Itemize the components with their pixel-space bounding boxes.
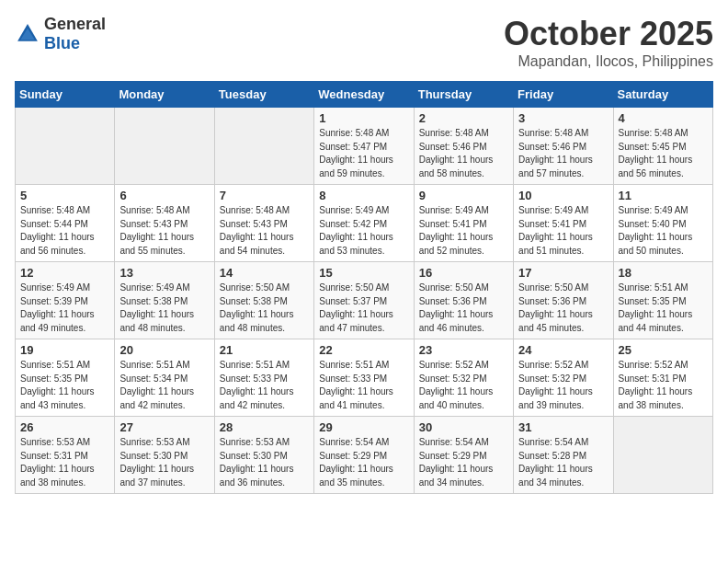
day-detail: Sunrise: 5:51 AM Sunset: 5:33 PM Dayligh…: [319, 359, 408, 412]
weekday-header-wednesday: Wednesday: [314, 82, 414, 108]
calendar-cell: 12Sunrise: 5:49 AM Sunset: 5:39 PM Dayli…: [16, 262, 115, 339]
day-number: 8: [319, 189, 408, 202]
calendar-cell: 5Sunrise: 5:48 AM Sunset: 5:44 PM Daylig…: [16, 185, 115, 262]
day-detail: Sunrise: 5:48 AM Sunset: 5:44 PM Dayligh…: [20, 204, 109, 258]
day-number: 15: [319, 266, 408, 280]
calendar-cell: 23Sunrise: 5:52 AM Sunset: 5:32 PM Dayli…: [414, 339, 513, 417]
logo-blue: Blue: [44, 34, 80, 52]
day-detail: Sunrise: 5:50 AM Sunset: 5:37 PM Dayligh…: [319, 282, 408, 335]
calendar-cell: 20Sunrise: 5:51 AM Sunset: 5:34 PM Dayli…: [115, 339, 214, 417]
calendar-cell: 28Sunrise: 5:53 AM Sunset: 5:30 PM Dayli…: [214, 417, 313, 494]
day-number: 6: [119, 189, 209, 202]
day-detail: Sunrise: 5:53 AM Sunset: 5:30 PM Dayligh…: [220, 436, 309, 489]
day-number: 28: [220, 420, 309, 434]
calendar-table: SundayMondayTuesdayWednesdayThursdayFrid…: [15, 81, 713, 494]
day-detail: Sunrise: 5:48 AM Sunset: 5:46 PM Dayligh…: [419, 127, 508, 180]
calendar-cell: 14Sunrise: 5:50 AM Sunset: 5:38 PM Dayli…: [214, 262, 313, 339]
calendar-cell: [214, 108, 313, 185]
day-detail: Sunrise: 5:49 AM Sunset: 5:39 PM Dayligh…: [20, 282, 109, 335]
day-detail: Sunrise: 5:51 AM Sunset: 5:35 PM Dayligh…: [20, 359, 109, 412]
calendar-week-5: 26Sunrise: 5:53 AM Sunset: 5:31 PM Dayli…: [16, 417, 713, 494]
weekday-header-saturday: Saturday: [613, 82, 712, 108]
title-block: October 2025 Mapandan, Ilocos, Philippin…: [504, 15, 713, 70]
day-detail: Sunrise: 5:54 AM Sunset: 5:29 PM Dayligh…: [319, 436, 408, 489]
day-detail: Sunrise: 5:53 AM Sunset: 5:31 PM Dayligh…: [20, 436, 109, 489]
calendar-cell: 24Sunrise: 5:52 AM Sunset: 5:32 PM Dayli…: [514, 339, 613, 417]
day-detail: Sunrise: 5:50 AM Sunset: 5:36 PM Dayligh…: [419, 282, 508, 335]
calendar-cell: 27Sunrise: 5:53 AM Sunset: 5:30 PM Dayli…: [115, 417, 214, 494]
day-detail: Sunrise: 5:51 AM Sunset: 5:35 PM Dayligh…: [619, 282, 708, 335]
calendar-cell: 25Sunrise: 5:52 AM Sunset: 5:31 PM Dayli…: [613, 339, 712, 417]
day-detail: Sunrise: 5:49 AM Sunset: 5:41 PM Dayligh…: [419, 204, 508, 258]
day-number: 27: [119, 420, 209, 434]
weekday-header-thursday: Thursday: [414, 82, 513, 108]
day-detail: Sunrise: 5:51 AM Sunset: 5:34 PM Dayligh…: [119, 359, 209, 412]
calendar-cell: [16, 108, 115, 185]
day-detail: Sunrise: 5:49 AM Sunset: 5:38 PM Dayligh…: [119, 282, 209, 335]
calendar-cell: 10Sunrise: 5:49 AM Sunset: 5:41 PM Dayli…: [514, 185, 613, 262]
calendar-cell: 31Sunrise: 5:54 AM Sunset: 5:28 PM Dayli…: [514, 417, 613, 494]
day-number: 30: [419, 420, 508, 434]
day-number: 7: [220, 189, 309, 202]
day-detail: Sunrise: 5:54 AM Sunset: 5:29 PM Dayligh…: [419, 436, 508, 489]
day-number: 11: [619, 189, 708, 202]
day-number: 10: [518, 189, 608, 202]
calendar-cell: [115, 108, 214, 185]
day-detail: Sunrise: 5:49 AM Sunset: 5:40 PM Dayligh…: [619, 204, 708, 258]
calendar-cell: 29Sunrise: 5:54 AM Sunset: 5:29 PM Dayli…: [314, 417, 414, 494]
calendar-cell: 1Sunrise: 5:48 AM Sunset: 5:47 PM Daylig…: [314, 108, 414, 185]
calendar-week-2: 5Sunrise: 5:48 AM Sunset: 5:44 PM Daylig…: [16, 185, 713, 262]
day-detail: Sunrise: 5:48 AM Sunset: 5:43 PM Dayligh…: [119, 204, 209, 258]
logo-general: General: [44, 15, 106, 33]
day-number: 24: [518, 343, 608, 357]
day-detail: Sunrise: 5:48 AM Sunset: 5:46 PM Dayligh…: [518, 127, 608, 180]
calendar-cell: 26Sunrise: 5:53 AM Sunset: 5:31 PM Dayli…: [16, 417, 115, 494]
day-number: 18: [619, 266, 708, 280]
day-number: 23: [419, 343, 508, 357]
calendar-cell: 9Sunrise: 5:49 AM Sunset: 5:41 PM Daylig…: [414, 185, 513, 262]
day-detail: Sunrise: 5:48 AM Sunset: 5:43 PM Dayligh…: [220, 204, 309, 258]
day-number: 16: [419, 266, 508, 280]
calendar-cell: 15Sunrise: 5:50 AM Sunset: 5:37 PM Dayli…: [314, 262, 414, 339]
calendar-cell: 19Sunrise: 5:51 AM Sunset: 5:35 PM Dayli…: [16, 339, 115, 417]
day-detail: Sunrise: 5:54 AM Sunset: 5:28 PM Dayligh…: [518, 436, 608, 489]
day-detail: Sunrise: 5:49 AM Sunset: 5:42 PM Dayligh…: [319, 204, 408, 258]
weekday-header-sunday: Sunday: [16, 82, 115, 108]
day-number: 4: [619, 111, 708, 125]
day-detail: Sunrise: 5:51 AM Sunset: 5:33 PM Dayligh…: [220, 359, 309, 412]
weekday-header-row: SundayMondayTuesdayWednesdayThursdayFrid…: [16, 82, 713, 108]
day-detail: Sunrise: 5:48 AM Sunset: 5:45 PM Dayligh…: [619, 127, 708, 180]
day-number: 14: [220, 266, 309, 280]
day-number: 13: [119, 266, 209, 280]
day-number: 20: [119, 343, 209, 357]
page-header: General Blue October 2025 Mapandan, Iloc…: [15, 15, 713, 70]
calendar-cell: 3Sunrise: 5:48 AM Sunset: 5:46 PM Daylig…: [514, 108, 613, 185]
day-number: 25: [619, 343, 708, 357]
location: Mapandan, Ilocos, Philippines: [504, 53, 713, 70]
calendar-cell: [613, 417, 712, 494]
day-number: 1: [319, 111, 408, 125]
day-number: 2: [419, 111, 508, 125]
day-detail: Sunrise: 5:53 AM Sunset: 5:30 PM Dayligh…: [119, 436, 209, 489]
day-number: 19: [20, 343, 109, 357]
calendar-week-4: 19Sunrise: 5:51 AM Sunset: 5:35 PM Dayli…: [16, 339, 713, 417]
calendar-cell: 22Sunrise: 5:51 AM Sunset: 5:33 PM Dayli…: [314, 339, 414, 417]
day-detail: Sunrise: 5:48 AM Sunset: 5:47 PM Dayligh…: [319, 127, 408, 180]
day-number: 26: [20, 420, 109, 434]
calendar-week-3: 12Sunrise: 5:49 AM Sunset: 5:39 PM Dayli…: [16, 262, 713, 339]
calendar-cell: 16Sunrise: 5:50 AM Sunset: 5:36 PM Dayli…: [414, 262, 513, 339]
calendar-cell: 21Sunrise: 5:51 AM Sunset: 5:33 PM Dayli…: [214, 339, 313, 417]
weekday-header-tuesday: Tuesday: [214, 82, 313, 108]
day-detail: Sunrise: 5:50 AM Sunset: 5:36 PM Dayligh…: [518, 282, 608, 335]
day-number: 3: [518, 111, 608, 125]
weekday-header-friday: Friday: [514, 82, 613, 108]
calendar-cell: 6Sunrise: 5:48 AM Sunset: 5:43 PM Daylig…: [115, 185, 214, 262]
day-number: 31: [518, 420, 608, 434]
day-detail: Sunrise: 5:52 AM Sunset: 5:32 PM Dayligh…: [419, 359, 508, 412]
calendar-week-1: 1Sunrise: 5:48 AM Sunset: 5:47 PM Daylig…: [16, 108, 713, 185]
calendar-cell: 13Sunrise: 5:49 AM Sunset: 5:38 PM Dayli…: [115, 262, 214, 339]
day-number: 12: [20, 266, 109, 280]
day-detail: Sunrise: 5:50 AM Sunset: 5:38 PM Dayligh…: [220, 282, 309, 335]
calendar-cell: 8Sunrise: 5:49 AM Sunset: 5:42 PM Daylig…: [314, 185, 414, 262]
day-detail: Sunrise: 5:52 AM Sunset: 5:32 PM Dayligh…: [518, 359, 608, 412]
